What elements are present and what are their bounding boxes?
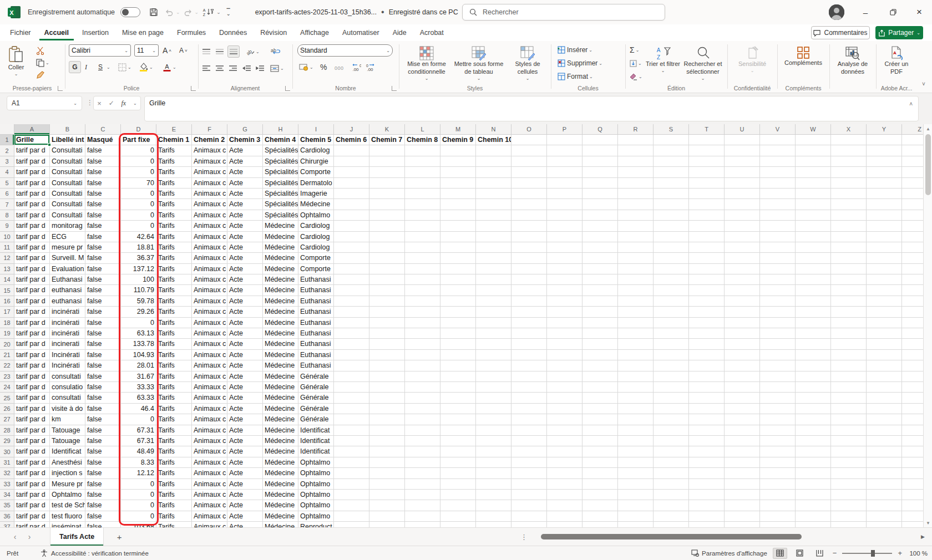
grid-cell[interactable]: Tarifs [156, 253, 192, 263]
grid-cell[interactable] [369, 253, 405, 263]
grid-cell[interactable]: Cardiolog [298, 145, 334, 156]
grid-cell[interactable]: Tatouage [50, 425, 85, 436]
grid-cell[interactable] [582, 371, 618, 382]
grid-cell[interactable] [547, 468, 582, 478]
grid-cell[interactable] [334, 500, 369, 511]
row-header[interactable]: 27 [0, 414, 14, 425]
grid-cell[interactable]: 48.49 [121, 446, 156, 457]
grid-cell[interactable] [867, 328, 902, 339]
grid-cell[interactable] [405, 199, 440, 210]
grid-cell[interactable] [440, 404, 476, 414]
horizontal-scroll-thumb[interactable] [541, 534, 802, 539]
row-header[interactable]: 35 [0, 500, 14, 511]
grid-cell[interactable] [476, 318, 511, 328]
grid-cell[interactable]: Médecine [263, 242, 298, 253]
grid-cell[interactable]: Médecine [263, 479, 298, 490]
grid-cell[interactable] [440, 414, 476, 425]
grid-cell[interactable] [831, 382, 867, 393]
tab-accueil[interactable]: Accueil [39, 26, 74, 40]
enter-icon[interactable]: ✓ [109, 99, 114, 107]
fill-color-button[interactable]: ⌄ [138, 61, 155, 73]
grid-cell[interactable]: 103.68 [121, 522, 156, 527]
grid-cell[interactable] [654, 490, 689, 500]
grid-cell[interactable] [440, 178, 476, 189]
grid-cell[interactable]: false [85, 350, 121, 360]
grid-cell[interactable]: 63.33 [121, 393, 156, 403]
grid-cell[interactable]: Acte [227, 189, 263, 199]
grid-cell[interactable]: Animaux c [192, 339, 227, 349]
percent-style-button[interactable]: % [318, 61, 328, 73]
grid-cell[interactable] [440, 253, 476, 263]
grid-cell[interactable] [511, 296, 547, 307]
grid-cell[interactable]: 137.12 [121, 264, 156, 274]
grid-cell[interactable]: Ophtalmo [298, 500, 334, 511]
sheet-tab-tarifs-acte[interactable]: Tarifs Acte [50, 528, 104, 546]
grid-cell[interactable]: tarif par d [14, 318, 50, 328]
grid-cell[interactable]: Animaux c [192, 446, 227, 457]
grid-cell[interactable] [547, 360, 582, 371]
grid-cell[interactable] [511, 189, 547, 199]
grid-cell[interactable]: Acte [227, 167, 263, 177]
grid-cell[interactable]: Médecine [263, 307, 298, 317]
align-middle-button[interactable] [214, 45, 225, 58]
grid-cell[interactable] [511, 167, 547, 177]
grid-cell[interactable] [796, 135, 831, 145]
grid-cell[interactable] [582, 232, 618, 242]
grid-cell[interactable] [618, 210, 654, 221]
grid-cell[interactable] [867, 479, 902, 490]
grid-cell[interactable] [440, 189, 476, 199]
grid-cell[interactable] [796, 145, 831, 156]
grid-cell[interactable] [689, 522, 725, 527]
grid-cell[interactable] [689, 210, 725, 221]
grid-cell[interactable] [476, 167, 511, 177]
grid-cell[interactable] [511, 178, 547, 189]
grid-cell[interactable]: Acte [227, 285, 263, 296]
grid-cell[interactable] [582, 382, 618, 393]
grid-cell[interactable] [547, 189, 582, 199]
grid-cell[interactable] [440, 500, 476, 511]
select-all-corner[interactable] [0, 124, 14, 135]
grid-cell[interactable] [618, 232, 654, 242]
grid-cell[interactable] [334, 479, 369, 490]
grid-cell[interactable] [405, 145, 440, 156]
grid-cell[interactable]: Médecine [263, 382, 298, 393]
grid-cell[interactable]: Médecine [263, 328, 298, 339]
row-header[interactable]: 15 [0, 285, 14, 296]
grid-cell[interactable]: Médecine [263, 274, 298, 285]
grid-cell[interactable] [440, 264, 476, 274]
grid-cell[interactable] [405, 285, 440, 296]
grid-cell[interactable] [476, 210, 511, 221]
column-header[interactable]: O [511, 124, 547, 135]
grid-cell[interactable]: false [85, 500, 121, 511]
grid-cell[interactable] [476, 253, 511, 263]
grid-cell[interactable] [369, 189, 405, 199]
addins-button[interactable]: Compléments [781, 43, 825, 67]
grid-cell[interactable]: tarif par d [14, 436, 50, 446]
grid-cell[interactable] [831, 446, 867, 457]
grid-cell[interactable] [440, 446, 476, 457]
row-header[interactable]: 16 [0, 296, 14, 307]
row-header[interactable]: 37 [0, 522, 14, 527]
grid-cell[interactable] [689, 145, 725, 156]
grid-cell[interactable] [618, 274, 654, 285]
grid-cell[interactable] [476, 425, 511, 436]
grid-cell[interactable] [334, 371, 369, 382]
grid-cell[interactable]: Masqué [85, 135, 121, 145]
grid-cell[interactable] [654, 393, 689, 403]
grid-cell[interactable] [334, 446, 369, 457]
column-header[interactable]: P [547, 124, 582, 135]
grid-cell[interactable] [654, 425, 689, 436]
grid-cell[interactable]: 0 [121, 511, 156, 522]
grid-cell[interactable]: consultati [50, 371, 85, 382]
grid-cell[interactable] [760, 522, 796, 527]
grid-cell[interactable] [405, 522, 440, 527]
grid-cell[interactable]: tarif par d [14, 490, 50, 500]
grid-cell[interactable]: Médecine [263, 296, 298, 307]
grid-cell[interactable]: Tarifs [156, 468, 192, 478]
grid-cell[interactable]: Tarifs [156, 479, 192, 490]
grid-cell[interactable]: Animaux c [192, 274, 227, 285]
grid-cell[interactable]: Tarifs [156, 178, 192, 189]
grid-cell[interactable] [618, 479, 654, 490]
align-right-button[interactable] [227, 62, 239, 74]
grid-cell[interactable] [725, 199, 760, 210]
